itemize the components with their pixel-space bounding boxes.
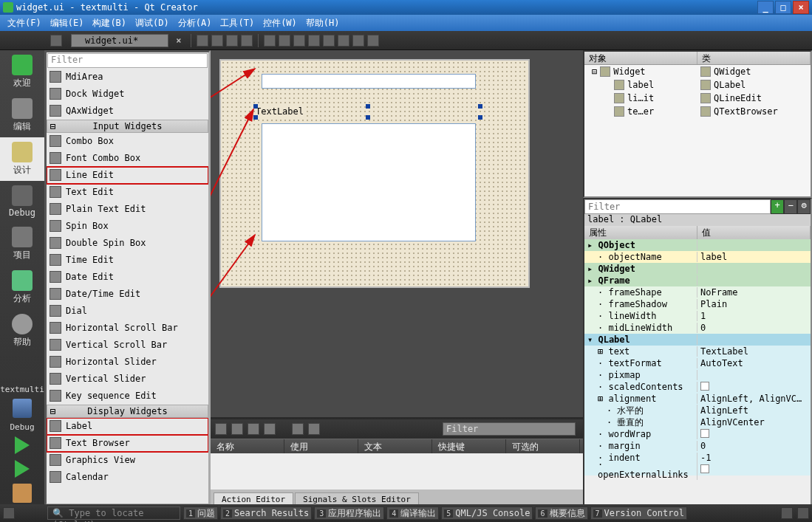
layout-v-icon[interactable] (279, 35, 290, 47)
kit-selector-icon[interactable] (13, 399, 32, 418)
widget-item-qaxwidget[interactable]: QAxWidget (47, 103, 208, 120)
maximize-button[interactable]: □ (775, 1, 791, 14)
property-row[interactable]: · 垂直的AlignVCenter (584, 416, 811, 428)
widget-item-label[interactable]: Label (47, 418, 208, 435)
menu-help[interactable]: 帮助(H) (301, 17, 344, 30)
output-tab[interactable]: 4编译输出 (386, 506, 439, 520)
widget-item-dial[interactable]: Dial (47, 303, 208, 320)
label-widget[interactable]: TextLabel (255, 106, 304, 117)
output-tab[interactable]: 7Version Control (590, 506, 687, 520)
output-tab[interactable]: 6概要信息 (535, 506, 587, 520)
paste-action-icon[interactable] (248, 423, 259, 435)
widget-item-line-edit[interactable]: Line Edit (47, 167, 208, 184)
layout-h-icon[interactable] (264, 35, 276, 47)
property-row[interactable]: · textFormatAutoText (584, 357, 811, 369)
active-project[interactable]: textmulti (0, 383, 44, 396)
property-row[interactable]: · frameShadowPlain (584, 298, 811, 310)
widget-item-text-edit[interactable]: Text Edit (47, 184, 208, 201)
layout-vsplit-icon[interactable] (308, 35, 320, 47)
back-icon[interactable] (50, 35, 62, 47)
widget-item-vertical-scroll-bar[interactable]: Vertical Scroll Bar (47, 337, 208, 354)
mode-edit[interactable]: 编辑 (0, 94, 44, 137)
widget-item-spin-box[interactable]: Spin Box (47, 218, 208, 235)
property-row[interactable]: ⊞ textTextLabel (584, 346, 811, 357)
property-row[interactable]: · midLineWidth0 (584, 322, 811, 334)
run-debug-button[interactable] (15, 460, 30, 478)
action-filter[interactable]: Filter (443, 422, 576, 436)
mode-analyze[interactable]: 分析 (0, 266, 44, 309)
property-row[interactable]: · openExternalLinks (584, 464, 811, 475)
edit-widgets-icon[interactable] (197, 35, 208, 47)
property-group-header[interactable]: ▾ QLabel (584, 334, 811, 346)
widget-item-combo-box[interactable]: Combo Box (47, 133, 208, 150)
property-group-header[interactable]: ▸ QObject (584, 239, 811, 251)
settings-icon[interactable]: ⚙ (797, 199, 811, 214)
new-action-icon[interactable] (215, 423, 227, 435)
build-button[interactable] (13, 484, 32, 503)
object-row[interactable]: te…erQTextBrowser (584, 105, 811, 118)
property-row[interactable]: · frameShapeNoFrame (584, 286, 811, 298)
edit-signals-icon[interactable] (211, 35, 223, 47)
menu-file[interactable]: 文件(F) (3, 17, 46, 30)
edit-buddies-icon[interactable] (226, 35, 238, 47)
form-canvas[interactable]: TextLabel (219, 59, 530, 288)
property-row[interactable]: · margin0 (584, 440, 811, 452)
menu-analyze[interactable]: 分析(A) (174, 17, 216, 30)
mode-design[interactable]: 设计 (0, 137, 44, 181)
listview-icon[interactable] (308, 423, 320, 435)
widget-item-mdiarea[interactable]: MdiArea (47, 69, 208, 86)
mode-help[interactable]: 帮助 (0, 309, 44, 353)
break-layout-icon[interactable] (352, 35, 364, 47)
mode-projects[interactable]: 项目 (0, 222, 44, 266)
widget-item-horizontal-slider[interactable]: Horizontal Slider (47, 354, 208, 371)
output-tab[interactable]: 5QML/JS Console (441, 506, 533, 520)
toggle-right-icon[interactable] (797, 507, 809, 519)
progress-icon[interactable] (781, 507, 793, 519)
widget-group[interactable]: Input Widgets (47, 120, 208, 133)
property-group-header[interactable]: ▸ QWidget (584, 263, 811, 275)
menu-build[interactable]: 构建(B) (88, 17, 131, 30)
layout-form-icon[interactable] (338, 35, 349, 47)
property-filter[interactable] (584, 199, 771, 214)
property-row[interactable]: · pixmap (584, 369, 811, 381)
property-row[interactable]: · wordWrap (584, 428, 811, 440)
menu-edit[interactable]: 编辑(E) (46, 17, 89, 30)
widget-item-vertical-slider[interactable]: Vertical Slider (47, 371, 208, 388)
close-button[interactable]: × (793, 1, 809, 14)
textbrowser-widget[interactable] (262, 123, 476, 241)
layout-grid-icon[interactable] (323, 35, 335, 47)
adjust-size-icon[interactable] (367, 35, 379, 47)
object-row[interactable]: labelQLabel (584, 78, 811, 92)
toggle-sidebar-icon[interactable] (3, 507, 15, 519)
widget-item-key-sequence-edit[interactable]: Key sequence Edit (47, 388, 208, 405)
property-row[interactable]: · 水平的AlignLeft (584, 405, 811, 416)
run-button[interactable] (15, 436, 30, 454)
mode-debug[interactable]: Debug (0, 181, 44, 222)
widget-item-text-browser[interactable]: Text Browser (47, 435, 208, 452)
lineedit-widget[interactable] (262, 74, 476, 89)
output-tab[interactable]: 1问题 (183, 506, 218, 520)
action-table-body[interactable] (211, 453, 583, 490)
widget-group[interactable]: Display Widgets (47, 405, 208, 418)
menu-debug[interactable]: 调试(D) (131, 17, 174, 30)
minimize-button[interactable]: _ (757, 1, 774, 14)
property-group-header[interactable]: ▸ QFrame (584, 275, 811, 286)
close-doc-icon[interactable]: × (176, 35, 181, 46)
output-tab[interactable]: 3应用程序输出 (314, 506, 384, 520)
layout-hsplit-icon[interactable] (293, 35, 305, 47)
object-row[interactable]: ⊟ WidgetQWidget (584, 65, 811, 78)
add-property-icon[interactable]: + (771, 199, 784, 214)
delete-action-icon[interactable] (264, 423, 276, 435)
widgetbox-filter[interactable]: Filter (47, 53, 208, 68)
iconview-icon[interactable] (292, 423, 304, 435)
menu-tools[interactable]: 工具(T) (216, 17, 259, 30)
widget-item-double-spin-box[interactable]: Double Spin Box (47, 235, 208, 252)
widget-item-graphics-view[interactable]: Graphics View (47, 452, 208, 469)
widget-item-calendar[interactable]: Calendar (47, 469, 208, 486)
widget-item-dock-widget[interactable]: Dock Widget (47, 86, 208, 103)
document-name[interactable]: widget.ui* (71, 34, 168, 47)
edit-taborder-icon[interactable] (241, 35, 253, 47)
menu-widgets[interactable]: 控件(W) (259, 17, 301, 30)
property-row[interactable]: · objectNamelabel (584, 251, 811, 263)
form-canvas-area[interactable]: TextLabel (211, 50, 583, 417)
